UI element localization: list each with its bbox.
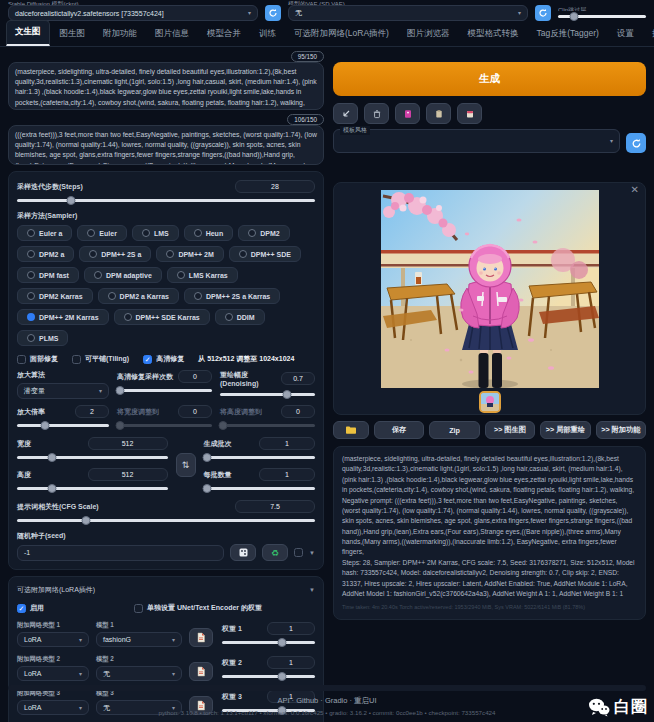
lora-weight-slider[interactable] — [222, 671, 315, 681]
tab-image-browser[interactable]: 图片浏览器 — [399, 23, 458, 46]
negative-prompt-input[interactable]: (((extra feet))),3 feet,more than two fe… — [8, 125, 324, 165]
sampler-ddim[interactable]: DDIM — [215, 309, 265, 325]
tab-settings[interactable]: 设置 — [609, 23, 642, 46]
sampler-lms-karras[interactable]: LMS Karras — [167, 267, 238, 283]
sampler-dpmpp-2s-a[interactable]: DPM++ 2S a — [79, 246, 151, 262]
sampler-dpmpp-2s-a-karras[interactable]: DPM++ 2S a Karras — [184, 288, 280, 304]
lora-enable-checkbox[interactable]: ✓启用 — [17, 603, 44, 613]
lora-separate-weights-checkbox[interactable]: 单独设置 UNet/Text Encoder 的权重 — [134, 603, 262, 613]
lora-model-info-button[interactable] — [189, 662, 213, 681]
tab-train[interactable]: 训练 — [251, 23, 284, 46]
height-slider[interactable] — [17, 483, 168, 493]
extra-networks-button[interactable] — [395, 103, 420, 124]
sampler-dpm2-a-karras[interactable]: DPM2 a Karras — [98, 288, 179, 304]
output-buttons: 保存 Zip >> 图生图 >> 局部重绘 >> 附加功能 — [333, 421, 646, 439]
sampler-dpm-adaptive[interactable]: DPM adaptive — [84, 267, 162, 283]
sampler-euler-a[interactable]: Euler a — [17, 225, 72, 241]
sampler-dpm2[interactable]: DPM2 — [238, 225, 289, 241]
clear-prompt-button[interactable] — [364, 103, 389, 124]
vae-dropdown[interactable]: 无▾ — [288, 5, 528, 21]
batch-count-value[interactable]: 1 — [259, 437, 315, 450]
steps-value[interactable]: 28 — [235, 180, 315, 193]
refresh-models-button[interactable] — [265, 5, 281, 21]
hires-resolution-note: 从 512x512 调整至 1024x1024 — [198, 354, 294, 364]
style-dropdown[interactable]: 模板风格 ▾ — [333, 129, 620, 153]
tab-checkpoint-merger[interactable]: 模型合并 — [199, 23, 249, 46]
lora-type-dropdown[interactable]: LoRA▾ — [17, 632, 89, 647]
clip-skip-slider[interactable] — [558, 11, 646, 21]
tab-txt2img[interactable]: 文生图 — [6, 20, 50, 46]
width-slider[interactable] — [17, 452, 168, 462]
sampler-label: 采样方法(Sampler) — [17, 211, 315, 221]
generate-button[interactable]: 生成 — [333, 62, 646, 96]
random-seed-button[interactable] — [230, 544, 256, 561]
collapse-arrow-icon[interactable]: ▼ — [309, 587, 315, 593]
sampler-euler[interactable]: Euler — [77, 225, 127, 241]
sampler-dpmpp-2m-karras[interactable]: DPM++ 2M Karras — [17, 309, 109, 325]
seed-input[interactable]: -1 — [17, 545, 224, 561]
send-to-inpaint-button[interactable]: >> 局部重绘 — [540, 421, 590, 439]
read-params-button[interactable] — [333, 103, 358, 124]
open-folder-button[interactable] — [333, 421, 369, 439]
prompt-input[interactable]: (masterpiece, sidelighting, ultra-detail… — [8, 62, 324, 110]
send-to-extras-button[interactable]: >> 附加功能 — [596, 421, 646, 439]
batch-count-slider[interactable] — [204, 452, 315, 462]
reuse-seed-button[interactable]: ♻ — [262, 544, 288, 561]
hires-steps-slider[interactable] — [117, 385, 212, 395]
generated-image[interactable] — [381, 190, 599, 388]
apply-style-button[interactable] — [426, 103, 451, 124]
upscale-by-slider[interactable] — [17, 420, 109, 430]
denoise-value[interactable]: 0.7 — [281, 372, 315, 385]
tab-extensions[interactable]: 扩展 — [644, 23, 654, 46]
gallery-thumbnail[interactable] — [479, 391, 501, 413]
lora-model-dropdown[interactable]: 无▾ — [96, 666, 182, 681]
model-dropdown[interactable]: dalceforealistictallyv2.safetensors [733… — [8, 5, 258, 21]
denoise-slider[interactable] — [220, 389, 315, 399]
steps-slider[interactable] — [17, 195, 315, 205]
extra-seed-checkbox[interactable] — [294, 548, 303, 557]
refresh-vae-button[interactable] — [535, 5, 551, 21]
batch-size-value[interactable]: 1 — [259, 468, 315, 481]
hires-steps-value[interactable]: 0 — [178, 370, 212, 383]
lora-weight-value[interactable]: 1 — [267, 656, 315, 669]
cfg-value[interactable]: 7.5 — [235, 500, 315, 513]
cfg-slider[interactable] — [17, 515, 315, 525]
tab-png-info[interactable]: 图片信息 — [147, 23, 197, 46]
save-button[interactable]: 保存 — [374, 421, 424, 439]
tab-lora[interactable]: 可选附加网络(LoRA插件) — [286, 23, 397, 46]
height-value[interactable]: 512 — [88, 468, 168, 481]
tab-img2img[interactable]: 图生图 — [52, 23, 94, 46]
sampler-heun[interactable]: Heun — [184, 225, 234, 241]
lora-model-info-button[interactable] — [189, 628, 213, 647]
swap-size-button[interactable]: ⇅ — [176, 453, 196, 477]
hires-fix-checkbox[interactable]: ✓高清修复 — [143, 354, 184, 364]
upscaler-dropdown[interactable]: 潜变量▾ — [17, 383, 109, 399]
sampler-dpmpp-2m[interactable]: DPM++ 2M — [156, 246, 223, 262]
sampler-plms[interactable]: PLMS — [17, 330, 68, 346]
refresh-styles-button[interactable] — [626, 133, 646, 153]
sampler-dpmpp-sde[interactable]: DPM++ SDE — [229, 246, 301, 262]
zip-button[interactable]: Zip — [429, 421, 479, 439]
sampler-dpm2-karras[interactable]: DPM2 Karras — [17, 288, 93, 304]
lora-model-dropdown[interactable]: fashionG▾ — [96, 632, 182, 647]
send-to-img2img-button[interactable]: >> 图生图 — [485, 421, 535, 439]
sampler-dpm2-a[interactable]: DPM2 a — [17, 246, 74, 262]
save-style-button[interactable] — [457, 103, 482, 124]
tab-model-convert[interactable]: 模型格式转换 — [459, 23, 526, 46]
batch-size-slider[interactable] — [204, 483, 315, 493]
sampler-dpm-fast[interactable]: DPM fast — [17, 267, 79, 283]
width-value[interactable]: 512 — [88, 437, 168, 450]
lora-weight-value[interactable]: 1 — [267, 622, 315, 635]
tab-tagger[interactable]: Tag反推(Tagger) — [528, 23, 606, 46]
restore-faces-checkbox[interactable]: 面部修复 — [17, 354, 58, 364]
sampler-dpmpp-sde-karras[interactable]: DPM++ SDE Karras — [114, 309, 210, 325]
footer-links[interactable]: API · Github · Gradio · 重启UI — [0, 696, 654, 706]
lora-section-header[interactable]: 可选附加网络(LoRA插件) — [17, 585, 95, 595]
tiling-checkbox[interactable]: 可平铺(Tiling) — [72, 354, 129, 364]
lora-type-dropdown[interactable]: LoRA▾ — [17, 666, 89, 681]
upscale-by-value[interactable]: 2 — [75, 405, 109, 418]
tab-extras[interactable]: 附加功能 — [95, 23, 145, 46]
sampler-lms[interactable]: LMS — [132, 225, 179, 241]
lora-weight-slider[interactable] — [222, 637, 315, 647]
close-icon[interactable]: ✕ — [631, 184, 639, 195]
